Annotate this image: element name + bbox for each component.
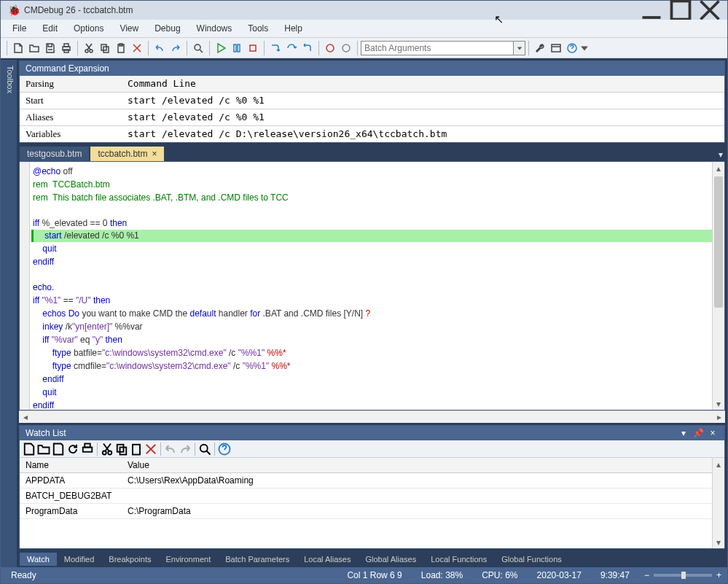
editor-gutter[interactable] <box>20 162 30 410</box>
new-button[interactable] <box>22 442 36 456</box>
redo-button[interactable] <box>178 442 192 456</box>
horizontal-scrollbar[interactable]: ◂ ▸ <box>19 410 725 423</box>
menu-help[interactable]: Help <box>277 21 310 36</box>
table-row[interactable]: APPDATA C:\Users\Rex\AppData\Roaming <box>20 473 712 488</box>
step-into-button[interactable] <box>267 40 283 56</box>
menu-edit[interactable]: Edit <box>35 21 65 36</box>
breakpoint-button[interactable] <box>338 40 354 56</box>
menu-view[interactable]: View <box>112 21 146 36</box>
run-button[interactable] <box>213 40 229 56</box>
step-over-button[interactable] <box>283 40 300 56</box>
menu-file[interactable]: File <box>5 21 34 36</box>
tab-global-aliases[interactable]: Global Aliases <box>358 553 423 566</box>
col-value[interactable]: Value <box>122 458 712 472</box>
tab-local-functions[interactable]: Local Functions <box>423 553 494 566</box>
delete-button[interactable] <box>144 442 158 456</box>
menu-options[interactable]: Options <box>66 21 111 36</box>
print-button[interactable] <box>58 40 74 56</box>
maximize-button[interactable] <box>666 1 695 19</box>
open-button[interactable] <box>36 442 51 456</box>
open-file-button[interactable] <box>26 40 42 56</box>
copy-button[interactable] <box>97 40 113 56</box>
paste-button[interactable] <box>113 40 129 56</box>
toolbox-tab[interactable]: Toolbox <box>1 58 17 567</box>
tab-environment[interactable]: Environment <box>158 553 218 566</box>
vertical-scrollbar[interactable]: ▴ ▾ <box>712 162 724 410</box>
minimize-button[interactable] <box>637 1 666 19</box>
delete-button[interactable] <box>129 40 145 56</box>
zoom-in-icon[interactable]: + <box>716 570 721 580</box>
menu-windows[interactable]: Windows <box>189 21 240 36</box>
close-button[interactable] <box>695 1 724 19</box>
scroll-track[interactable] <box>31 411 713 423</box>
watch-toolbar <box>20 440 724 458</box>
zoom-track[interactable] <box>654 574 712 577</box>
undo-button[interactable] <box>163 442 178 456</box>
pin-icon[interactable]: 📌 <box>692 428 704 438</box>
close-icon[interactable]: × <box>707 428 719 438</box>
search-button[interactable] <box>190 40 206 56</box>
table-row[interactable]: Aliases start /elevated /c %0 %1 <box>20 109 724 125</box>
body-area: Toolbox Command Expansion Parsing Comman… <box>1 58 727 567</box>
copy-button[interactable] <box>114 442 129 456</box>
menu-debug[interactable]: Debug <box>147 21 187 36</box>
status-position: Col 1 Row 6 9 <box>343 570 406 580</box>
zoom-thumb[interactable] <box>681 572 686 579</box>
save-button[interactable] <box>51 442 66 456</box>
scroll-thumb[interactable] <box>714 176 723 308</box>
zoom-out-icon[interactable]: − <box>644 570 649 580</box>
scroll-up-icon[interactable]: ▴ <box>713 458 724 470</box>
tab-global-functions[interactable]: Global Functions <box>494 553 569 566</box>
col-name[interactable]: Name <box>20 458 122 472</box>
save-button[interactable] <box>42 40 58 56</box>
var-name: APPDATA <box>20 473 122 488</box>
status-time: 9:39:47 <box>596 570 634 580</box>
batch-arguments-dropdown[interactable] <box>514 41 525 55</box>
help-button[interactable] <box>564 40 580 56</box>
cut-button[interactable] <box>100 442 114 456</box>
scroll-right-icon[interactable]: ▸ <box>713 411 725 423</box>
pause-button[interactable] <box>229 40 245 56</box>
zoom-slider[interactable]: − + <box>644 570 721 580</box>
scroll-down-icon[interactable]: ▾ <box>713 397 724 410</box>
stop-button[interactable] <box>245 40 261 56</box>
properties-button[interactable] <box>532 40 548 56</box>
tab-breakpoints[interactable]: Breakpoints <box>101 553 158 566</box>
menu-tools[interactable]: Tools <box>240 21 275 36</box>
tab-batch-parameters[interactable]: Batch Parameters <box>218 553 297 566</box>
editor-tab-tccbatch[interactable]: tccbatch.btm × <box>90 147 164 161</box>
close-icon[interactable]: × <box>152 149 157 159</box>
tab-local-aliases[interactable]: Local Aliases <box>297 553 358 566</box>
scroll-left-icon[interactable]: ◂ <box>19 411 31 423</box>
help-dropdown[interactable] <box>580 40 589 56</box>
search-button[interactable] <box>197 442 212 456</box>
watch-header: Watch List ▾ 📌 × <box>20 426 724 440</box>
scroll-down-icon[interactable]: ▾ <box>713 536 724 548</box>
batch-arguments-input[interactable] <box>361 41 514 55</box>
table-row[interactable]: BATCH_DEBUG2BAT <box>20 488 712 504</box>
paste-button[interactable] <box>129 442 144 456</box>
tab-modified[interactable]: Modified <box>57 553 102 566</box>
help-button[interactable] <box>217 442 232 456</box>
refresh-button[interactable] <box>66 442 80 456</box>
step-out-button[interactable] <box>300 40 316 56</box>
tabs-menu-button[interactable]: ▾ <box>714 148 727 161</box>
cut-button[interactable] <box>81 40 97 56</box>
code-editor[interactable]: @echo off rem TCCBatch.btm rem This batc… <box>19 161 725 410</box>
editor-tab-testgosub[interactable]: testgosub.btm <box>20 147 89 161</box>
table-row[interactable]: Variables start /elevated /c D:\release\… <box>20 125 724 142</box>
undo-button[interactable] <box>152 40 168 56</box>
code-content[interactable]: @echo off rem TCCBatch.btm rem This batc… <box>30 162 712 410</box>
redo-button[interactable] <box>168 40 184 56</box>
table-row[interactable]: ProgramData C:\ProgramData <box>20 504 712 519</box>
status-load: Load: 38% <box>417 570 467 580</box>
print-button[interactable] <box>80 442 95 456</box>
new-file-button[interactable] <box>10 40 26 56</box>
panel-menu-button[interactable]: ▾ <box>678 428 689 438</box>
tab-watch[interactable]: Watch <box>20 553 57 566</box>
window-button[interactable] <box>548 40 564 56</box>
record-button[interactable] <box>322 40 338 56</box>
scroll-up-icon[interactable]: ▴ <box>713 162 724 174</box>
table-row[interactable]: Start start /elevated /c %0 %1 <box>20 92 724 109</box>
vertical-scrollbar[interactable]: ▴ ▾ <box>712 458 724 548</box>
